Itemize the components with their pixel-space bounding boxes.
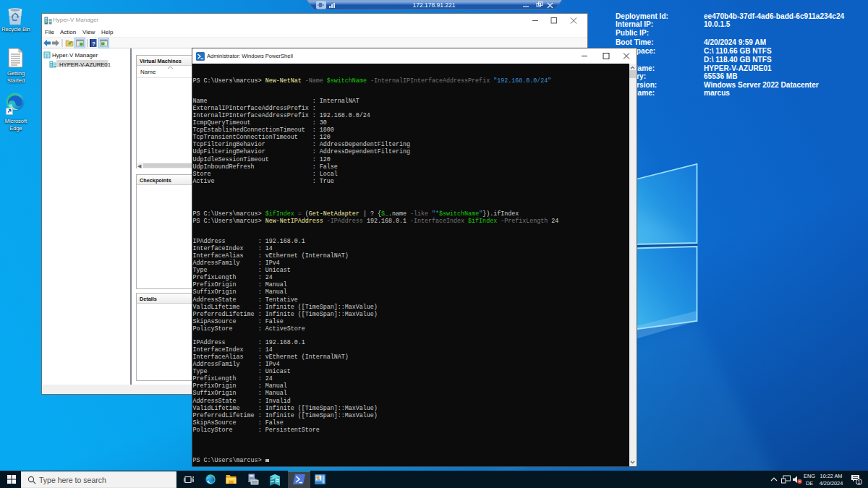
svg-text:1: 1 <box>858 479 861 484</box>
svg-text:?: ? <box>92 40 95 47</box>
svg-text:172.178.91.221: 172.178.91.221 <box>412 1 455 9</box>
